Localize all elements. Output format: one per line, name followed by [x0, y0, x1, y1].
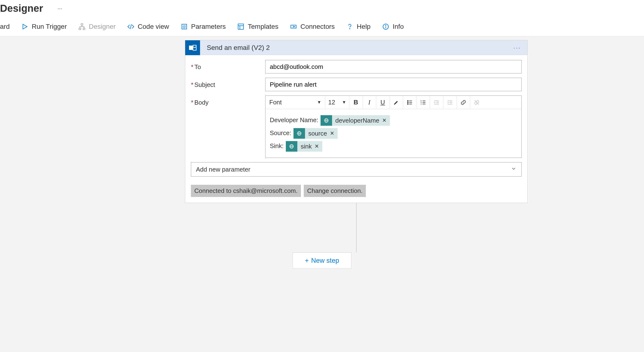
svg-text:@: @ — [182, 25, 186, 29]
token-remove-icon[interactable]: ✕ — [314, 140, 319, 153]
caret-down-icon: ▼ — [317, 100, 321, 105]
action-card-header[interactable]: O Send an email (V2) 2 ··· — [185, 40, 527, 55]
designer-icon — [78, 23, 86, 30]
connectors-button[interactable]: Connectors — [290, 23, 335, 31]
code-view-button[interactable]: Code view — [127, 23, 169, 31]
flow-connector — [356, 203, 356, 252]
connectors-label: Connectors — [300, 23, 335, 31]
new-step-button[interactable]: + New step — [292, 252, 351, 269]
help-button[interactable]: Help — [346, 23, 371, 31]
info-button[interactable]: Info — [382, 23, 404, 31]
title-overflow-menu[interactable]: ··· — [58, 5, 62, 12]
italic-button[interactable]: I — [363, 96, 376, 109]
help-icon — [346, 23, 354, 30]
outdent-button[interactable] — [430, 96, 443, 109]
field-body: *Body Font ▼ 12 ▼ B I U — [191, 95, 522, 158]
body-line-1: Developer Name: developerName✕ — [270, 113, 517, 126]
token-developer-name-label: developerName — [336, 114, 380, 127]
globe-icon — [320, 115, 332, 126]
connectors-icon — [290, 23, 297, 30]
add-parameter-dropdown[interactable]: Add new parameter — [191, 162, 522, 177]
field-subject-label: *Subject — [191, 78, 265, 89]
designer-label: Designer — [89, 23, 116, 31]
svg-marker-0 — [23, 24, 27, 29]
action-card-title: Send an email (V2) 2 — [200, 44, 514, 52]
globe-icon — [294, 128, 305, 139]
action-card: O Send an email (V2) 2 ··· *To *Subject … — [185, 40, 528, 203]
topbar: Designer ··· — [0, 0, 644, 17]
designer-button: Designer — [78, 23, 116, 31]
subject-input[interactable] — [265, 78, 522, 91]
play-icon — [21, 23, 28, 30]
svg-text:O: O — [190, 46, 192, 50]
help-label: Help — [357, 23, 371, 31]
templates-label: Templates — [248, 23, 278, 31]
link-button[interactable] — [457, 96, 470, 109]
svg-rect-1 — [81, 24, 83, 25]
connected-to-badge: Connected to cshaik@microsoft.com. — [191, 185, 301, 197]
numbered-list-button[interactable] — [416, 96, 430, 109]
parameters-button[interactable]: @ Parameters — [181, 23, 226, 31]
templates-icon — [237, 23, 244, 30]
color-picker-button[interactable] — [390, 96, 403, 109]
templates-button[interactable]: Templates — [237, 23, 278, 31]
token-remove-icon[interactable]: ✕ — [382, 114, 386, 127]
parameters-icon: @ — [181, 23, 188, 30]
body-line-2-prefix: Source: — [270, 129, 291, 136]
font-selector-label: Font — [269, 99, 282, 106]
code-view-label: Code view — [138, 23, 169, 31]
designer-canvas[interactable]: O Send an email (V2) 2 ··· *To *Subject … — [0, 37, 644, 352]
chevron-down-icon — [511, 166, 516, 173]
richtext-toolbar: Font ▼ 12 ▼ B I U — [266, 96, 521, 109]
bullet-list-button[interactable] — [403, 96, 416, 109]
token-remove-icon[interactable]: ✕ — [330, 127, 334, 140]
token-source-label: source — [308, 127, 327, 140]
connection-row: Connected to cshaik@microsoft.com. Chang… — [185, 182, 527, 203]
truncated-command[interactable]: ard — [0, 23, 10, 31]
body-line-2: Source: source✕ — [270, 126, 517, 139]
body-line-3: Sink: sink✕ — [270, 139, 517, 152]
font-size-selector[interactable]: 12 ▼ — [325, 96, 349, 109]
svg-rect-7 — [238, 24, 244, 29]
token-sink[interactable]: sink✕ — [286, 141, 322, 152]
info-label: Info — [393, 23, 404, 31]
svg-point-11 — [350, 28, 350, 29]
command-bar: ard Run Trigger Designer Code view @ Par… — [0, 17, 644, 37]
svg-rect-2 — [79, 28, 81, 30]
svg-line-4 — [130, 24, 131, 29]
svg-rect-3 — [83, 28, 85, 30]
svg-point-18 — [407, 100, 408, 101]
token-source[interactable]: source✕ — [294, 128, 338, 139]
to-input[interactable] — [265, 60, 522, 73]
token-sink-label: sink — [301, 140, 312, 153]
body-line-3-prefix: Sink: — [270, 142, 284, 149]
info-icon — [382, 23, 389, 30]
plus-icon: + — [305, 257, 308, 264]
field-body-label: *Body — [191, 95, 265, 106]
underline-button[interactable]: U — [376, 96, 390, 109]
body-line-1-prefix: Developer Name: — [270, 116, 318, 124]
globe-icon — [286, 141, 297, 152]
change-connection-link[interactable]: Change connection. — [304, 185, 366, 197]
unlink-button[interactable] — [470, 96, 484, 109]
font-size-label: 12 — [328, 99, 335, 106]
bold-button[interactable]: B — [349, 96, 363, 109]
outlook-icon: O — [185, 40, 200, 55]
add-parameter-label: Add new parameter — [196, 166, 250, 173]
run-trigger-label: Run Trigger — [32, 23, 66, 31]
parameters-label: Parameters — [191, 23, 226, 31]
font-selector[interactable]: Font ▼ — [266, 96, 325, 109]
body-content[interactable]: Developer Name: developerName✕ Source: s… — [266, 109, 521, 158]
indent-button[interactable] — [443, 96, 457, 109]
truncated-command-label: ard — [0, 23, 10, 31]
run-trigger-button[interactable]: Run Trigger — [21, 23, 66, 31]
code-icon — [127, 23, 134, 30]
token-developer-name[interactable]: developerName✕ — [320, 115, 390, 126]
svg-point-22 — [407, 103, 408, 104]
body-editor[interactable]: Font ▼ 12 ▼ B I U — [265, 95, 522, 158]
field-subject: *Subject — [191, 78, 522, 91]
svg-point-20 — [407, 102, 408, 103]
action-card-menu[interactable]: ··· — [514, 44, 527, 51]
field-to: *To — [191, 60, 522, 73]
field-to-label: *To — [191, 60, 265, 71]
